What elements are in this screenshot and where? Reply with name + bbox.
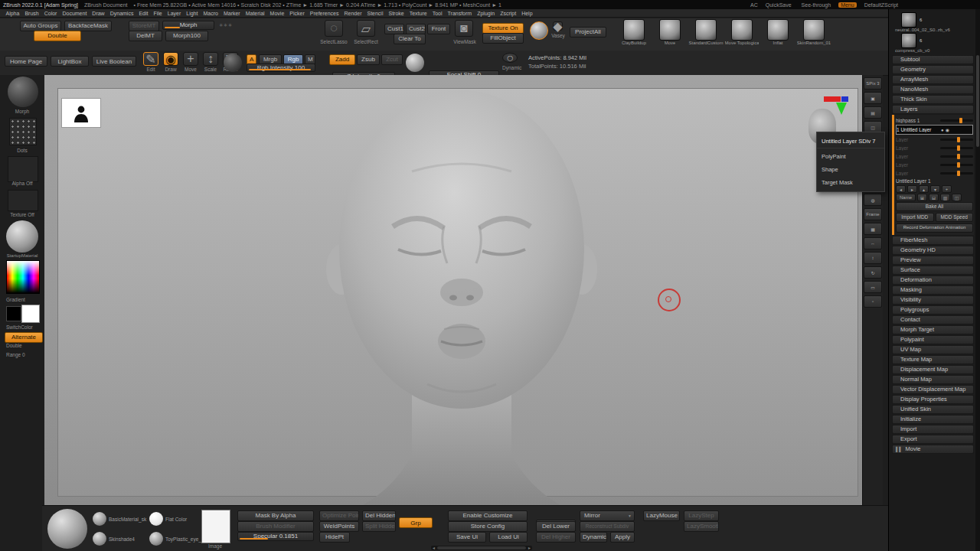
polyframe-icon[interactable]: ▦	[864, 223, 882, 235]
menu-item[interactable]: Brush	[22, 11, 41, 16]
document-canvas[interactable]: Untitled Layer SDiv 7PolyPaintShapeTarge…	[44, 75, 862, 505]
menu-item[interactable]: Edit	[136, 11, 151, 16]
tool-thumbnail[interactable]	[901, 12, 916, 28]
import-mdd-button[interactable]: Import MDD	[896, 213, 934, 222]
layer-up-icon[interactable]: ▴	[919, 185, 929, 193]
brush-preset[interactable]: SkinRandom_01	[797, 19, 831, 45]
brush-preset[interactable]: ClayBuildup	[617, 19, 651, 45]
persp-icon[interactable]: ▣	[864, 92, 882, 104]
layer-name-button[interactable]: Name	[896, 194, 916, 201]
store-mt-button[interactable]: StoreMT	[129, 21, 159, 31]
subpalette-row[interactable]: Surface	[892, 266, 974, 275]
cust2-button[interactable]: Cust2	[406, 24, 426, 34]
layer-new-icon[interactable]: +	[942, 185, 952, 193]
subpalette-row[interactable]: Geometry HD	[892, 246, 974, 255]
zcut-button[interactable]: Zcut	[381, 54, 403, 65]
weld-points-button[interactable]: WeldPoints	[319, 521, 359, 532]
panel-scrollbar-thumb[interactable]	[976, 55, 979, 147]
subpalette-row[interactable]: Import	[892, 425, 974, 434]
scale-icon[interactable]: ↕	[864, 252, 882, 264]
subpalette-row[interactable]: Unified Skin	[892, 405, 974, 414]
secondary-color-swatch[interactable]	[21, 305, 40, 323]
material-slot[interactable]: Flat Color	[149, 512, 187, 526]
spix-slider[interactable]: SPix 3	[864, 77, 882, 90]
double-toggle[interactable]: Double	[0, 343, 44, 348]
morph-slider[interactable]: Morph	[162, 21, 214, 30]
lazy-smooth-slider[interactable]: LazySmooth	[684, 521, 719, 532]
lazy-step-slider[interactable]: LazyStep	[684, 510, 719, 521]
texture-on-button[interactable]: Texture On	[482, 23, 524, 34]
context-menu-item[interactable]: Untitled Layer SDiv 7	[817, 135, 884, 148]
hide-pt-button[interactable]: HidePt	[319, 532, 350, 543]
rotate-icon[interactable]: ↻	[864, 266, 882, 279]
zsub-button[interactable]: Zsub	[357, 54, 380, 65]
subpalette-row[interactable]: Contact	[892, 315, 974, 324]
double-button[interactable]: Double	[34, 31, 81, 41]
morph-uv-thumbnail[interactable]	[8, 77, 38, 107]
subpalette-row[interactable]: Export	[892, 435, 974, 444]
menu-item[interactable]: Material	[243, 11, 267, 16]
menu-item[interactable]: Movie	[267, 11, 287, 16]
lightbox-button[interactable]: LightBox	[51, 56, 89, 67]
subpalette-row[interactable]: Polygroups	[892, 305, 974, 315]
menu-button[interactable]: Menu	[838, 2, 857, 8]
stroke-dots-thumbnail[interactable]	[9, 118, 37, 145]
layer-rec-icon[interactable]: ◉	[946, 127, 949, 132]
subpalette-row[interactable]: Thick Skin	[892, 95, 974, 104]
layer-eye-icon[interactable]: ●	[941, 128, 944, 132]
subpalette-row[interactable]: Vector Displacement Map	[892, 385, 974, 394]
morph100-button[interactable]: Morph100	[165, 31, 208, 41]
layer-split-icon[interactable]: ◫	[952, 194, 962, 201]
apply-button[interactable]: Apply	[610, 532, 635, 543]
texture-off-thumbnail[interactable]	[8, 190, 38, 211]
layer-row[interactable]: Layer	[896, 169, 973, 177]
startup-material-thumbnail[interactable]	[6, 220, 38, 253]
project-all-button[interactable]: ProjectAll	[570, 27, 606, 37]
brush-preset[interactable]: Move Topologica	[725, 19, 759, 45]
context-menu-item[interactable]: Shape	[817, 163, 884, 176]
subpalette-row[interactable]: Geometry	[892, 65, 974, 74]
layer-row-selected[interactable]: 1 Untitled Layer ● ◉	[896, 125, 973, 135]
menu-item[interactable]: Render	[341, 11, 364, 16]
record-deformation-button[interactable]: Record Deformation Animation	[896, 223, 973, 233]
clear-to-button[interactable]: Clear To	[394, 34, 426, 44]
subpalette-row[interactable]: Initialize	[892, 415, 974, 424]
subpalette-row[interactable]: UV Map	[892, 345, 974, 354]
subpalette-row[interactable]: Masking	[892, 285, 974, 295]
layer-row[interactable]: Layer	[896, 161, 973, 168]
menu-item[interactable]: Stencil	[364, 11, 386, 16]
tool-thumbnail[interactable]	[901, 33, 916, 48]
layer-row[interactable]: Layer	[896, 135, 973, 143]
alpha-off-thumbnail[interactable]	[8, 156, 38, 182]
subpalette-row[interactable]: FiberMesh	[892, 236, 974, 245]
grp-button[interactable]: Grp	[399, 517, 433, 528]
del-lower-button[interactable]: Del Lower	[536, 521, 576, 532]
brush-preset[interactable]: Inflat	[761, 19, 795, 45]
floor-icon[interactable]: ▤	[864, 106, 882, 119]
tray-scrollbar-thumb[interactable]	[437, 546, 526, 549]
mirror-dropdown[interactable]: Mirror ▼	[580, 510, 635, 521]
menu-item[interactable]: Document	[60, 11, 90, 16]
material-slot[interactable]: Skinshade4	[93, 532, 135, 546]
mdd-speed-button[interactable]: MDD Speed	[936, 213, 974, 222]
see-through-slider[interactable]: See-through	[799, 2, 834, 8]
context-menu-item[interactable]: Target Mask	[817, 176, 884, 189]
subpalette-row[interactable]: Preview	[892, 256, 974, 265]
tray-scrollbar[interactable]: ◄ ►	[431, 546, 532, 550]
load-ui-button[interactable]: Load Ui	[489, 532, 528, 543]
brush-preset[interactable]: StandardCustom	[689, 19, 723, 45]
menu-item[interactable]: Macro	[201, 11, 220, 16]
zadd-button[interactable]: Zadd	[329, 54, 355, 65]
layer-row[interactable]: Layer	[896, 144, 973, 152]
del-hidden-button[interactable]: Del Hidden	[362, 510, 396, 521]
aahalf-icon[interactable]: ▫	[864, 295, 882, 308]
rgb-intensity-slider[interactable]: Rgb Intensity 100	[247, 64, 315, 72]
material-sphere-icon[interactable]	[406, 54, 424, 72]
menu-item[interactable]: Layer	[165, 11, 184, 16]
draw-mode-icon[interactable]: ◉	[163, 52, 178, 66]
brush-preset[interactable]: Move	[653, 19, 687, 45]
layer-prev-icon[interactable]: ◂	[896, 185, 906, 193]
primary-color-swatch[interactable]	[6, 306, 21, 321]
subpalette-row[interactable]: Morph Target	[892, 325, 974, 334]
menu-item[interactable]: Stroke	[386, 11, 407, 16]
